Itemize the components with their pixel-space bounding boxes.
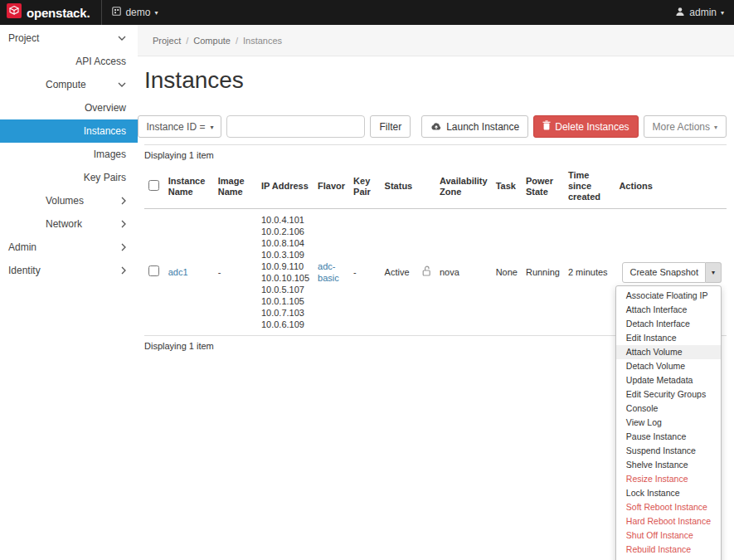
sidebar-item-label: Key Pairs [84,172,126,183]
filter-button[interactable]: Filter [370,115,411,138]
filter-input[interactable] [226,115,365,138]
chevron-down-icon: ▾ [714,124,717,131]
header-flavor[interactable]: Flavor [314,164,349,209]
sidebar-item-key-pairs[interactable]: Key Pairs [0,166,138,189]
header-image-name[interactable]: Image Name [214,164,257,209]
project-icon [112,7,121,18]
sidebar-item-label: Identity [8,265,41,276]
chevron-right-icon [121,243,126,251]
row-actions-split-button: Create Snapshot ▾ Associate Floating IP … [622,262,722,283]
header-availability-zone[interactable]: Availability Zone [435,164,492,209]
menu-item-shut-off-instance[interactable]: Shut Off Instance [616,528,721,543]
header-status[interactable]: Status [381,164,418,209]
breadcrumb-separator: / [186,36,188,46]
table-header-row: Instance Name Image Name IP Address Flav… [144,164,727,209]
menu-item-associate-floating-ip[interactable]: Associate Floating IP [616,289,721,303]
chevron-down-icon [118,36,126,41]
sidebar-item-label: Instances [84,125,126,137]
header-time-since-created[interactable]: Time since created [564,164,615,209]
user-menu[interactable]: admin ▾ [675,7,724,19]
openstack-logo[interactable]: openstack. [7,3,90,22]
ip-address: 10.0.2.106 [261,226,309,237]
menu-item-hard-reboot-instance[interactable]: Hard Reboot Instance [616,514,721,528]
task-cell: None [492,209,522,336]
sidebar-item-compute[interactable]: Compute [0,73,138,96]
sidebar-item-images[interactable]: Images [0,143,138,166]
menu-item-detach-volume[interactable]: Detach Volume [616,359,721,373]
menu-item-pause-instance[interactable]: Pause Instance [616,430,721,444]
more-actions-label: More Actions [653,121,710,133]
menu-item-edit-security-groups[interactable]: Edit Security Groups [616,387,721,402]
sidebar-item-label: Compute [46,79,86,90]
table-caption-top: Displaying 1 item [144,150,727,160]
sidebar: Project API Access Compute Overview Inst… [0,25,138,560]
menu-item-update-metadata[interactable]: Update Metadata [616,373,721,387]
header-task[interactable]: Task [492,164,522,209]
actions-dropdown-toggle[interactable]: ▾ [706,262,722,283]
page-title: Instances [144,67,727,94]
breadcrumb-compute[interactable]: Compute [193,36,231,46]
ip-address-cell: 10.0.4.101 10.0.2.106 10.0.8.104 10.0.3.… [257,209,314,336]
header-ip-address[interactable]: IP Address [257,164,314,209]
menu-item-rebuild-instance[interactable]: Rebuild Instance [616,543,721,557]
menu-item-attach-volume[interactable]: Attach Volume [616,345,721,359]
menu-item-edit-instance[interactable]: Edit Instance [616,331,721,345]
time-since-created-cell: 2 minutes [564,209,615,336]
sidebar-item-overview[interactable]: Overview [0,96,138,119]
chevron-down-icon: ▾ [712,270,715,276]
openstack-logo-icon [7,3,22,22]
row-checkbox[interactable] [148,265,159,276]
menu-item-resize-instance[interactable]: Resize Instance [616,472,721,486]
chevron-right-icon [121,220,126,228]
chevron-right-icon [121,266,126,275]
more-actions-button[interactable]: More Actions ▾ [644,115,727,138]
header-power-state[interactable]: Power State [522,164,564,209]
sidebar-item-label: API Access [75,56,126,67]
filter-field-select[interactable]: Instance ID = ▾ [138,115,221,138]
menu-item-view-log[interactable]: View Log [616,416,721,430]
sidebar-item-api-access[interactable]: API Access [0,50,138,73]
key-pair-cell: - [349,209,381,336]
breadcrumb-project[interactable]: Project [153,36,181,46]
create-snapshot-button[interactable]: Create Snapshot [622,262,706,283]
sidebar-item-identity[interactable]: Identity [0,259,138,282]
sidebar-item-network[interactable]: Network [0,212,138,236]
ip-address: 10.0.3.109 [261,249,309,261]
instance-name-link[interactable]: adc1 [168,267,188,277]
menu-item-attach-interface[interactable]: Attach Interface [616,303,721,317]
ip-address: 10.0.8.104 [261,237,309,249]
select-all-checkbox[interactable] [148,180,159,191]
table-row: adc1 - 10.0.4.101 10.0.2.106 10.0.8.104 … [144,209,727,336]
project-switcher[interactable]: demo ▾ [101,0,158,25]
header-actions: Actions [615,164,727,209]
sidebar-item-label: Admin [8,241,36,253]
unlocked-icon [422,268,431,278]
sidebar-item-volumes[interactable]: Volumes [0,189,138,212]
brand-text: openstack. [27,6,90,20]
launch-instance-button[interactable]: Launch Instance [421,115,528,138]
topbar: openstack. demo ▾ admin ▾ [0,0,734,25]
menu-item-soft-reboot-instance[interactable]: Soft Reboot Instance [616,500,721,514]
sidebar-item-instances[interactable]: Instances [0,119,138,143]
delete-instances-button[interactable]: Delete Instances [533,115,638,138]
sidebar-item-project[interactable]: Project [0,27,138,50]
sidebar-item-admin[interactable]: Admin [0,236,138,259]
menu-item-console[interactable]: Console [616,402,721,416]
menu-item-delete-instance[interactable]: Delete Instance [616,557,721,560]
menu-item-lock-instance[interactable]: Lock Instance [616,486,721,500]
header-instance-name[interactable]: Instance Name [164,164,214,209]
menu-item-suspend-instance[interactable]: Suspend Instance [616,444,721,458]
sidebar-item-label: Network [46,218,82,230]
ip-address: 10.0.5.107 [261,284,309,295]
flavor-link[interactable]: adc-basic [318,261,339,283]
ip-address: 10.0.4.101 [261,214,309,226]
cloud-upload-icon [430,121,442,133]
status-cell: Active [381,209,418,336]
header-key-pair[interactable]: Key Pair [349,164,381,209]
sidebar-item-label: Overview [85,102,126,114]
horizon-dashboard: openstack. demo ▾ admin ▾ Project API Ac… [0,0,734,560]
power-state-cell: Running [522,209,564,336]
chevron-right-icon [121,197,126,205]
menu-item-shelve-instance[interactable]: Shelve Instance [616,458,721,472]
menu-item-detach-interface[interactable]: Detach Interface [616,317,721,331]
